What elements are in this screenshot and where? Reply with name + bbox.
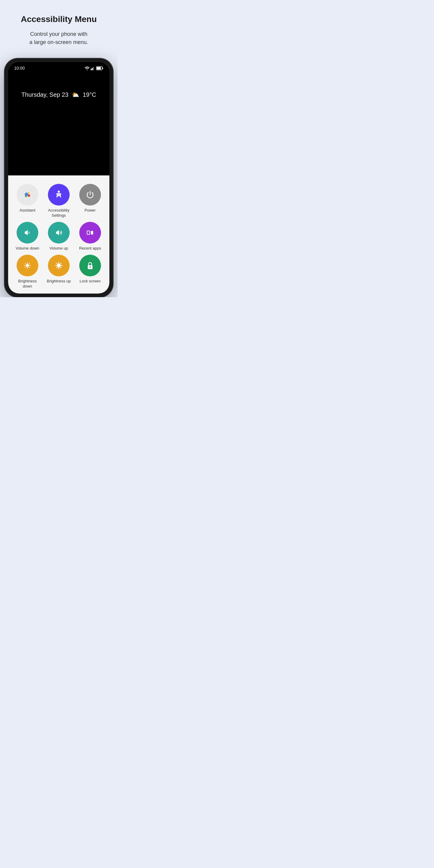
menu-grid: Assistant AccessibilitySettings bbox=[13, 184, 104, 289]
assistant-label: Assistant bbox=[20, 208, 36, 213]
svg-rect-13 bbox=[91, 231, 93, 235]
power-icon bbox=[84, 189, 96, 200]
brightness-up-label: Brightness up bbox=[47, 279, 71, 284]
phone-wrapper: 10:00 bbox=[4, 59, 113, 297]
svg-point-0 bbox=[87, 69, 88, 70]
svg-rect-5 bbox=[102, 67, 103, 69]
phone-frame: 10:00 bbox=[4, 59, 113, 297]
accessibility-icon bbox=[53, 189, 64, 200]
page-subtitle: Control your phone with a large on-scree… bbox=[10, 30, 108, 46]
svg-rect-3 bbox=[93, 67, 94, 70]
lock-icon-circle bbox=[79, 255, 101, 276]
svg-point-10 bbox=[25, 195, 27, 197]
signal-icon bbox=[91, 66, 95, 70]
svg-rect-12 bbox=[87, 231, 90, 235]
status-bar: 10:00 bbox=[8, 62, 110, 73]
menu-item-lock[interactable]: Lock screen bbox=[76, 255, 104, 289]
weather-icon: ⛅ bbox=[72, 91, 79, 98]
volume-up-label: Volume up bbox=[50, 246, 68, 251]
volume-down-label: Volume down bbox=[16, 246, 39, 251]
svg-point-14 bbox=[26, 264, 29, 267]
lock-icon bbox=[84, 260, 96, 271]
svg-line-22 bbox=[25, 267, 26, 268]
menu-item-recent[interactable]: Recent apps bbox=[76, 222, 104, 251]
battery-icon bbox=[96, 66, 103, 70]
wifi-icon bbox=[85, 66, 90, 70]
svg-rect-1 bbox=[91, 69, 92, 70]
svg-point-9 bbox=[27, 192, 29, 194]
brightness-down-label: Brightness down bbox=[13, 279, 42, 289]
page-title: Accessibility Menu bbox=[10, 14, 108, 24]
page-header: Accessibility Menu Control your phone wi… bbox=[0, 0, 118, 54]
brightness-up-icon-circle bbox=[48, 255, 70, 276]
svg-line-19 bbox=[25, 264, 26, 264]
assistant-icon bbox=[22, 189, 33, 200]
svg-line-30 bbox=[60, 263, 61, 264]
menu-item-assistant[interactable]: Assistant bbox=[13, 184, 42, 218]
svg-rect-2 bbox=[92, 68, 93, 70]
menu-item-accessibility[interactable]: AccessibilitySettings bbox=[44, 184, 73, 218]
volume-down-icon-circle bbox=[17, 222, 38, 244]
assistant-icon-circle bbox=[17, 184, 38, 206]
svg-line-31 bbox=[56, 267, 57, 268]
volume-up-icon bbox=[53, 227, 64, 239]
menu-item-power[interactable]: Power bbox=[76, 184, 104, 218]
accessibility-label: AccessibilitySettings bbox=[48, 208, 70, 218]
status-time: 10:00 bbox=[14, 66, 25, 70]
svg-point-8 bbox=[28, 194, 30, 197]
recent-apps-icon bbox=[84, 227, 96, 239]
power-label: Power bbox=[85, 208, 96, 213]
menu-item-volume-up[interactable]: Volume up bbox=[44, 222, 73, 251]
svg-line-29 bbox=[60, 267, 61, 268]
accessibility-icon-circle bbox=[48, 184, 70, 206]
brightness-down-icon bbox=[22, 260, 33, 271]
phone-screen: 10:00 bbox=[8, 62, 110, 293]
svg-point-33 bbox=[90, 267, 91, 268]
recent-icon-circle bbox=[79, 222, 101, 244]
volume-down-icon bbox=[22, 227, 33, 239]
volume-up-icon-circle bbox=[48, 222, 70, 244]
brightness-up-icon bbox=[53, 260, 64, 271]
power-icon-circle bbox=[79, 184, 101, 206]
svg-rect-6 bbox=[97, 67, 101, 69]
svg-line-28 bbox=[56, 263, 57, 264]
menu-item-brightness-up[interactable]: Brightness up bbox=[44, 255, 73, 289]
menu-item-volume-down[interactable]: Volume down bbox=[13, 222, 42, 251]
menu-item-brightness-down[interactable]: Brightness down bbox=[13, 255, 42, 289]
svg-point-23 bbox=[57, 264, 61, 267]
recent-label: Recent apps bbox=[79, 246, 101, 251]
svg-point-11 bbox=[58, 191, 60, 193]
svg-line-20 bbox=[29, 267, 30, 268]
lock-screen: Thursday, Sep 23 ⛅ 19°C bbox=[8, 73, 110, 176]
lock-screen-date: Thursday, Sep 23 ⛅ 19°C bbox=[22, 91, 96, 98]
brightness-down-icon-circle bbox=[17, 255, 38, 276]
status-icons bbox=[85, 66, 103, 70]
lock-label: Lock screen bbox=[80, 279, 101, 284]
svg-line-21 bbox=[29, 264, 30, 264]
accessibility-menu-panel: Assistant AccessibilitySettings bbox=[8, 176, 110, 293]
